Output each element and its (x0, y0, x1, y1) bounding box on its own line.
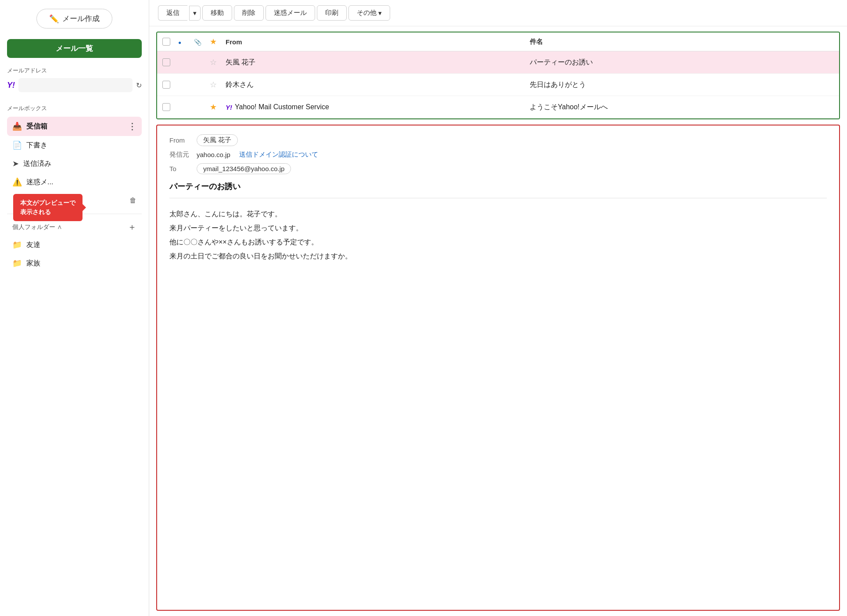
mail-list-button[interactable]: メール一覧 (7, 39, 142, 58)
preview-sender-label: 発信元 (169, 150, 191, 159)
email-3-sender: Y! Yahoo! Mail Customer Service (226, 103, 530, 111)
email-list-header: ● 📎 ★ From 件名 (157, 32, 839, 51)
delete-button[interactable]: 削除 (234, 5, 264, 21)
preview-subject: パーティーのお誘い (169, 181, 827, 192)
email-1-checkbox[interactable] (162, 58, 178, 66)
mailbox-label: メールボックス (7, 104, 142, 112)
email-row-1[interactable]: ☆ 矢風 花子 パーティーのお誘い (157, 51, 839, 74)
inbox-icon: 📥 (12, 122, 22, 131)
select-all-checkbox[interactable] (162, 38, 178, 46)
spam-label: 迷惑メール (274, 9, 307, 17)
email-1-subject: パーティーのお誘い (530, 58, 834, 67)
preview-sender-link[interactable]: 送信ドメイン認証について (239, 150, 318, 159)
from-row: From 矢風 花子 (169, 134, 827, 146)
preview-divider (169, 198, 827, 198)
drafts-label: 下書き (26, 141, 136, 150)
preview-body: 太郎さん、こんにちは。花子です。 来月パーティーをしたいと思っています。 他に〇… (169, 207, 827, 263)
sidebar-item-sent[interactable]: ➤ 送信済み (7, 154, 142, 173)
from-column-header: From (226, 38, 530, 46)
email-address-label: メールアドレス (7, 67, 142, 75)
print-label: 印刷 (325, 9, 338, 17)
compose-button[interactable]: ✏️ メール作成 (36, 9, 112, 29)
email-preview-section: From 矢風 花子 発信元 yahoo.co.jp 送信ドメイン認証について … (156, 125, 840, 611)
email-3-checkbox[interactable] (162, 103, 178, 111)
more-label: その他 (357, 9, 377, 17)
attachment-icon: 📎 (194, 39, 201, 46)
folder-item-friends[interactable]: 📁 友達 (7, 236, 142, 254)
email-list-section: ● 📎 ★ From 件名 ☆ 矢風 花子 パーティーのお誘い ☆ 鈴木さん 先… (156, 32, 840, 119)
folder-friends-label: 友達 (26, 240, 40, 250)
move-label: 移動 (211, 9, 224, 17)
email-1-star[interactable]: ☆ (210, 57, 226, 67)
body-preview-tooltip: 本文がプレビューで 表示される (13, 194, 83, 221)
trash-delete-icon[interactable]: 🗑 (129, 197, 136, 204)
email-1-sender: 矢風 花子 (226, 58, 530, 67)
inbox-menu-icon[interactable]: ⋮ (128, 121, 136, 132)
body-line-1: 太郎さん、こんにちは。花子です。 (169, 207, 827, 221)
email-address-row: Y! ↻ (7, 78, 142, 92)
inbox-label: 受信箱 (26, 122, 123, 131)
email-row-3[interactable]: ★ Y! Yahoo! Mail Customer Service ようこそYa… (157, 96, 839, 118)
delete-label: 削除 (242, 9, 255, 17)
tooltip-line1: 本文がプレビューで (20, 198, 75, 208)
preview-from-value: 矢風 花子 (197, 134, 238, 146)
print-button[interactable]: 印刷 (317, 5, 347, 21)
star-icon-2[interactable]: ☆ (210, 80, 217, 89)
compose-label: メール作成 (62, 14, 100, 24)
spam-button[interactable]: 迷惑メール (266, 5, 315, 21)
sidebar-item-inbox[interactable]: 📥 受信箱 ⋮ (7, 117, 142, 136)
body-line-3: 他に〇〇さんや××さんもお誘いする予定です。 (169, 235, 827, 249)
email-address-section: Y! ↻ (7, 78, 142, 92)
add-folder-button[interactable]: ＋ (128, 221, 136, 233)
mail-list-label: メール一覧 (56, 43, 93, 54)
email-3-subject: ようこそYahoo!メールへ (530, 103, 834, 112)
folder-family-label: 家族 (26, 259, 40, 268)
email-3-star[interactable]: ★ (210, 102, 226, 112)
reply-dropdown-button[interactable]: ▾ (189, 6, 201, 21)
folder-family-icon: 📁 (12, 258, 22, 268)
email-row-2[interactable]: ☆ 鈴木さん 先日はありがとう (157, 74, 839, 96)
clip-header: 📎 (194, 38, 210, 46)
folder-friends-icon: 📁 (12, 240, 22, 250)
tooltip-line2: 表示される (20, 208, 75, 217)
refresh-button[interactable]: ↻ (136, 81, 142, 90)
personal-folder-label: 個人フォルダー ∧ (12, 223, 62, 231)
more-chevron-icon: ▾ (378, 9, 382, 17)
sent-label: 送信済み (23, 159, 136, 168)
email-2-checkbox[interactable] (162, 81, 178, 89)
reply-label: 返信 (166, 9, 179, 17)
spam-icon: ⚠️ (12, 177, 22, 187)
preview-sender-domain: yahoo.co.jp (197, 151, 230, 158)
folder-item-family[interactable]: 📁 家族 (7, 254, 142, 272)
pencil-icon: ✏️ (49, 14, 59, 24)
preview-to-label: To (169, 165, 191, 172)
sidebar: ✏️ メール作成 メール一覧 メールアドレス Y! ↻ メールボックス 📥 受信… (0, 0, 149, 616)
read-dot-icon: ● (178, 39, 181, 46)
preview-from-label: From (169, 136, 191, 144)
email-input-box (18, 78, 133, 92)
sender-row: 発信元 yahoo.co.jp 送信ドメイン認証について (169, 150, 827, 159)
star-icon-3[interactable]: ★ (210, 103, 217, 111)
more-button[interactable]: その他 ▾ (348, 5, 390, 21)
sidebar-item-spam[interactable]: ⚠️ 迷惑メ... (7, 173, 142, 191)
email-2-star[interactable]: ☆ (210, 80, 226, 90)
chevron-down-icon: ▾ (193, 9, 197, 17)
sent-icon: ➤ (12, 159, 19, 168)
email-2-sender: 鈴木さん (226, 80, 530, 90)
main-content: 返信 ▾ 移動 削除 迷惑メール 印刷 その他 ▾ ● 📎 ★ (149, 0, 847, 616)
preview-to-value: ymail_123456@yahoo.co.jp (197, 163, 291, 174)
sidebar-item-drafts[interactable]: 📄 下書き (7, 136, 142, 154)
star-header-icon: ★ (210, 37, 217, 46)
draft-icon: 📄 (12, 140, 22, 150)
toolbar: 返信 ▾ 移動 削除 迷惑メール 印刷 その他 ▾ (149, 0, 847, 26)
subject-column-header: 件名 (530, 38, 834, 46)
star-header: ★ (210, 37, 226, 47)
move-button[interactable]: 移動 (202, 5, 232, 21)
yahoo-y-icon: Y! (226, 104, 232, 111)
to-row: To ymail_123456@yahoo.co.jp (169, 163, 827, 174)
body-line-2: 来月パーティーをしたいと思っています。 (169, 221, 827, 235)
dot-header: ● (178, 38, 194, 46)
star-icon-1[interactable]: ☆ (210, 58, 217, 67)
reply-button[interactable]: 返信 (158, 5, 187, 21)
body-line-4: 来月の土日でご都合の良い日をお聞かせいただけますか。 (169, 249, 827, 263)
